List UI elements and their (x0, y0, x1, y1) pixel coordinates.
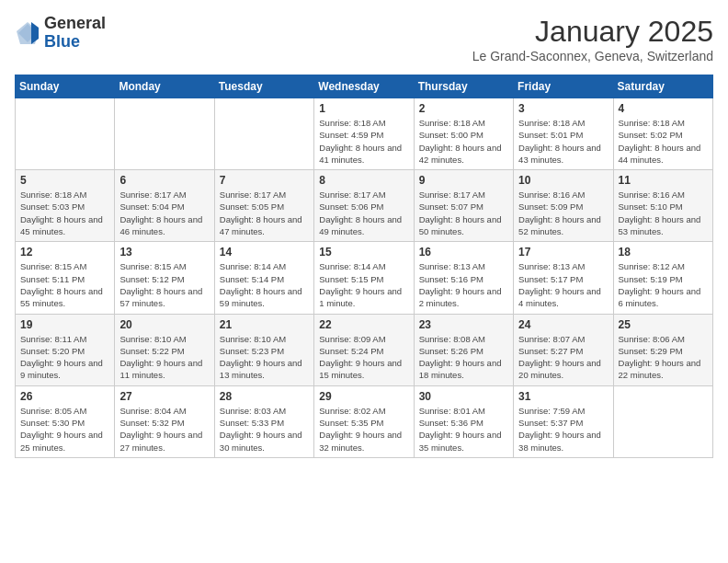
calendar-day-cell: 21Sunrise: 8:10 AM Sunset: 5:23 PM Dayli… (214, 314, 313, 385)
title-section: January 2025 Le Grand-Saconnex, Geneva, … (472, 15, 713, 63)
day-number: 30 (419, 390, 508, 403)
day-number: 20 (119, 318, 209, 331)
day-info: Sunrise: 8:18 AM Sunset: 5:02 PM Dayligh… (619, 117, 708, 166)
day-info: Sunrise: 8:05 AM Sunset: 5:30 PM Dayligh… (20, 405, 109, 454)
calendar-week-row: 12Sunrise: 8:15 AM Sunset: 5:11 PM Dayli… (16, 242, 713, 314)
day-number: 4 (619, 102, 708, 115)
weekday-header: Monday (115, 75, 214, 98)
day-info: Sunrise: 7:59 AM Sunset: 5:37 PM Dayligh… (518, 405, 608, 454)
day-info: Sunrise: 8:17 AM Sunset: 5:06 PM Dayligh… (319, 189, 408, 237)
calendar-day-cell: 7Sunrise: 8:17 AM Sunset: 5:05 PM Daylig… (214, 170, 313, 242)
calendar-week-row: 26Sunrise: 8:05 AM Sunset: 5:30 PM Dayli… (16, 385, 713, 457)
day-info: Sunrise: 8:17 AM Sunset: 5:04 PM Dayligh… (119, 189, 209, 237)
day-info: Sunrise: 8:18 AM Sunset: 4:59 PM Dayligh… (319, 117, 408, 166)
day-number: 25 (619, 318, 708, 331)
day-info: Sunrise: 8:08 AM Sunset: 5:26 PM Dayligh… (419, 333, 508, 382)
day-info: Sunrise: 8:10 AM Sunset: 5:22 PM Dayligh… (119, 333, 209, 382)
calendar-day-cell: 1Sunrise: 8:18 AM Sunset: 4:59 PM Daylig… (314, 98, 414, 170)
weekday-header: Wednesday (314, 75, 414, 98)
location-title: Le Grand-Saconnex, Geneva, Switzerland (472, 49, 713, 63)
day-info: Sunrise: 8:01 AM Sunset: 5:36 PM Dayligh… (419, 405, 508, 454)
calendar-day-cell: 26Sunrise: 8:05 AM Sunset: 5:30 PM Dayli… (16, 385, 115, 457)
day-info: Sunrise: 8:07 AM Sunset: 5:27 PM Dayligh… (518, 333, 608, 382)
logo-blue: Blue (44, 33, 106, 52)
calendar-week-row: 1Sunrise: 8:18 AM Sunset: 4:59 PM Daylig… (16, 98, 713, 170)
calendar-day-cell: 29Sunrise: 8:02 AM Sunset: 5:35 PM Dayli… (314, 385, 414, 457)
day-info: Sunrise: 8:14 AM Sunset: 5:15 PM Dayligh… (319, 260, 408, 309)
calendar-day-cell: 25Sunrise: 8:06 AM Sunset: 5:29 PM Dayli… (613, 314, 712, 385)
day-number: 14 (220, 246, 309, 259)
day-number: 27 (119, 390, 209, 403)
calendar-day-cell (613, 385, 712, 457)
day-info: Sunrise: 8:06 AM Sunset: 5:29 PM Dayligh… (619, 333, 708, 382)
calendar-day-cell: 14Sunrise: 8:14 AM Sunset: 5:14 PM Dayli… (214, 242, 313, 314)
day-number: 11 (619, 174, 708, 187)
logo-general: General (44, 15, 106, 33)
day-number: 31 (518, 390, 608, 403)
day-info: Sunrise: 8:03 AM Sunset: 5:33 PM Dayligh… (220, 405, 309, 454)
day-info: Sunrise: 8:10 AM Sunset: 5:23 PM Dayligh… (220, 333, 309, 382)
day-number: 29 (319, 390, 408, 403)
day-number: 28 (220, 390, 309, 403)
calendar-day-cell: 6Sunrise: 8:17 AM Sunset: 5:04 PM Daylig… (115, 170, 214, 242)
day-number: 3 (518, 102, 608, 115)
day-number: 2 (419, 102, 508, 115)
day-number: 8 (319, 174, 408, 187)
svg-marker-2 (31, 22, 39, 44)
day-info: Sunrise: 8:13 AM Sunset: 5:17 PM Dayligh… (518, 260, 608, 309)
day-info: Sunrise: 8:02 AM Sunset: 5:35 PM Dayligh… (319, 405, 408, 454)
logo-icon (15, 20, 40, 46)
calendar-day-cell: 24Sunrise: 8:07 AM Sunset: 5:27 PM Dayli… (514, 314, 613, 385)
calendar-day-cell: 31Sunrise: 7:59 AM Sunset: 5:37 PM Dayli… (514, 385, 613, 457)
day-number: 12 (20, 246, 109, 259)
day-number: 10 (518, 174, 608, 187)
day-info: Sunrise: 8:15 AM Sunset: 5:12 PM Dayligh… (119, 260, 209, 309)
weekday-header-row: SundayMondayTuesdayWednesdayThursdayFrid… (16, 75, 713, 98)
logo-text: General Blue (44, 15, 106, 52)
day-number: 7 (220, 174, 309, 187)
day-number: 22 (319, 318, 408, 331)
day-number: 17 (518, 246, 608, 259)
calendar-day-cell: 23Sunrise: 8:08 AM Sunset: 5:26 PM Dayli… (414, 314, 513, 385)
calendar-day-cell: 4Sunrise: 8:18 AM Sunset: 5:02 PM Daylig… (613, 98, 712, 170)
weekday-header: Saturday (613, 75, 712, 98)
day-info: Sunrise: 8:17 AM Sunset: 5:07 PM Dayligh… (419, 189, 508, 237)
calendar-day-cell: 27Sunrise: 8:04 AM Sunset: 5:32 PM Dayli… (115, 385, 214, 457)
calendar-day-cell: 28Sunrise: 8:03 AM Sunset: 5:33 PM Dayli… (214, 385, 313, 457)
day-number: 21 (220, 318, 309, 331)
day-info: Sunrise: 8:11 AM Sunset: 5:20 PM Dayligh… (20, 333, 109, 382)
day-info: Sunrise: 8:15 AM Sunset: 5:11 PM Dayligh… (20, 260, 109, 309)
calendar-day-cell: 2Sunrise: 8:18 AM Sunset: 5:00 PM Daylig… (414, 98, 513, 170)
day-number: 18 (619, 246, 708, 259)
calendar-day-cell: 20Sunrise: 8:10 AM Sunset: 5:22 PM Dayli… (115, 314, 214, 385)
weekday-header: Sunday (16, 75, 115, 98)
day-info: Sunrise: 8:12 AM Sunset: 5:19 PM Dayligh… (619, 260, 708, 309)
calendar-week-row: 19Sunrise: 8:11 AM Sunset: 5:20 PM Dayli… (16, 314, 713, 385)
day-info: Sunrise: 8:16 AM Sunset: 5:09 PM Dayligh… (518, 189, 608, 237)
calendar-day-cell: 16Sunrise: 8:13 AM Sunset: 5:16 PM Dayli… (414, 242, 513, 314)
day-number: 26 (20, 390, 109, 403)
day-number: 19 (20, 318, 109, 331)
logo: General Blue (15, 15, 106, 52)
calendar-table: SundayMondayTuesdayWednesdayThursdayFrid… (15, 75, 713, 458)
day-info: Sunrise: 8:04 AM Sunset: 5:32 PM Dayligh… (119, 405, 209, 454)
calendar-day-cell: 17Sunrise: 8:13 AM Sunset: 5:17 PM Dayli… (514, 242, 613, 314)
calendar-day-cell: 3Sunrise: 8:18 AM Sunset: 5:01 PM Daylig… (514, 98, 613, 170)
calendar-day-cell: 9Sunrise: 8:17 AM Sunset: 5:07 PM Daylig… (414, 170, 513, 242)
day-number: 1 (319, 102, 408, 115)
day-number: 5 (20, 174, 109, 187)
calendar-day-cell: 5Sunrise: 8:18 AM Sunset: 5:03 PM Daylig… (16, 170, 115, 242)
day-info: Sunrise: 8:18 AM Sunset: 5:03 PM Dayligh… (20, 189, 109, 237)
calendar-day-cell (214, 98, 313, 170)
calendar-day-cell (115, 98, 214, 170)
calendar-day-cell: 22Sunrise: 8:09 AM Sunset: 5:24 PM Dayli… (314, 314, 414, 385)
calendar-day-cell: 15Sunrise: 8:14 AM Sunset: 5:15 PM Dayli… (314, 242, 414, 314)
day-info: Sunrise: 8:17 AM Sunset: 5:05 PM Dayligh… (220, 189, 309, 237)
day-number: 24 (518, 318, 608, 331)
calendar-day-cell: 19Sunrise: 8:11 AM Sunset: 5:20 PM Dayli… (16, 314, 115, 385)
weekday-header: Thursday (414, 75, 513, 98)
calendar-day-cell (16, 98, 115, 170)
day-number: 23 (419, 318, 508, 331)
day-info: Sunrise: 8:18 AM Sunset: 5:00 PM Dayligh… (419, 117, 508, 166)
calendar-day-cell: 10Sunrise: 8:16 AM Sunset: 5:09 PM Dayli… (514, 170, 613, 242)
